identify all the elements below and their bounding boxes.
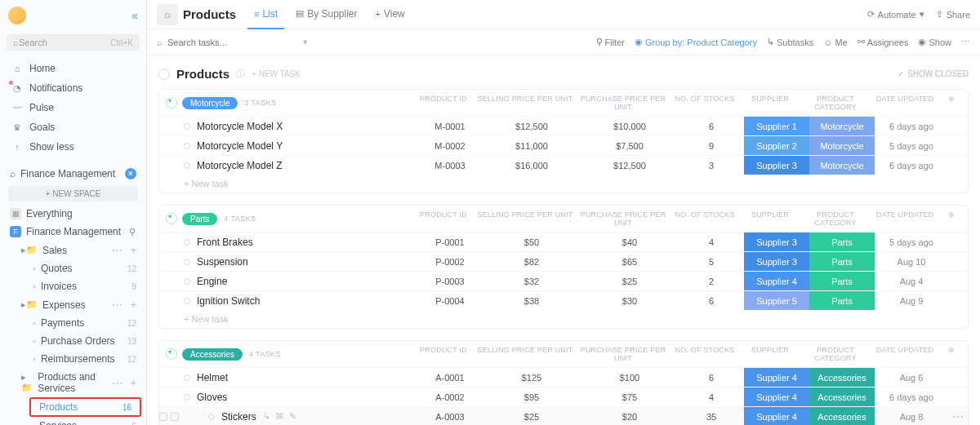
col-category[interactable]: PRODUCT CATEGORY [803,346,868,362]
cell-product-id[interactable]: P-0001 [417,232,483,251]
automate-button[interactable]: ⟳Automate▾ [867,9,924,20]
cell-selling-price[interactable]: $12,500 [483,117,581,135]
cell-stocks[interactable]: 6 [679,291,744,310]
col-purchase-price[interactable]: PURCHASE PRICE PER UNIT [574,210,672,227]
cell-stocks[interactable]: 4 [679,387,744,406]
cell-category[interactable]: Accessories [809,368,875,387]
cell-stocks[interactable]: 9 [679,136,744,155]
cell-category[interactable]: Accessories [809,407,875,425]
col-stocks[interactable]: NO. OF STOCKS [672,95,737,111]
tree-purchase-orders[interactable]: ◦Purchase Orders13 [0,332,146,350]
cell-category[interactable]: Motorcycle [809,136,875,155]
new-space-button[interactable]: + NEW SPACE [8,186,138,201]
cell-supplier[interactable]: Supplier 5 [744,291,809,310]
cell-stocks[interactable]: 35 [679,407,744,425]
col-updated[interactable]: DATE UPDATED [868,210,942,227]
status-dot-icon[interactable] [184,298,190,304]
cell-updated[interactable]: 5 days ago [875,136,948,155]
cell-product-id[interactable]: M-0001 [417,117,483,135]
tab-list[interactable]: ≡List [247,0,284,29]
show-button[interactable]: ◉Show [918,37,951,47]
collapse-group-icon[interactable] [166,348,177,360]
status-dot-icon[interactable] [184,239,190,246]
me-button[interactable]: ☺Me [823,38,848,47]
row-more-icon[interactable] [948,232,968,251]
add-column-icon[interactable]: ⊕ [942,346,961,362]
subtasks-button[interactable]: ↳Subtasks [767,37,813,47]
cell-supplier[interactable]: Supplier 1 [744,117,809,135]
cell-product-id[interactable]: A-0003 [417,407,483,425]
col-product-id[interactable]: PRODUCT ID [411,210,476,227]
cell-purchase-price[interactable]: $65 [581,252,679,271]
cell-purchase-price[interactable]: $75 [581,387,679,406]
new-task-row[interactable]: + New task [159,175,968,193]
tree-services[interactable]: Services6 [0,417,146,425]
cell-product-id[interactable]: A-0001 [417,368,483,387]
edit-icon[interactable]: ✎ [289,411,296,422]
col-selling-price[interactable]: SELLING PRICE PER UNIT [476,95,574,111]
cell-purchase-price[interactable]: $40 [581,232,679,251]
tree-payments[interactable]: ◦Payments12 [0,314,146,332]
col-updated[interactable]: DATE UPDATED [868,95,942,111]
cell-selling-price[interactable]: $16,000 [483,156,581,175]
group-badge[interactable]: Accessories [182,348,243,361]
group-header[interactable]: Accessories 4 TASKS PRODUCT ID SELLING P… [159,341,968,367]
cell-stocks[interactable]: 6 [679,117,744,135]
task-name[interactable]: Motorcycle Model Y [197,140,283,152]
status-dot-icon[interactable] [184,162,190,169]
col-supplier[interactable]: SUPPLIER [737,346,803,362]
share-button[interactable]: ⇪Share [936,9,970,20]
tree-products-services[interactable]: ▸📁Products and Services⋯+ [0,368,146,397]
row-more-icon[interactable] [948,156,968,175]
cell-product-id[interactable]: M-0002 [417,136,483,155]
status-dot-icon[interactable] [184,123,190,130]
task-row[interactable]: Motorcycle Model Y M-0002 $11,000 $7,500… [159,135,968,155]
subtask-icon[interactable]: ↳ [263,411,270,422]
status-dot-icon[interactable] [184,374,190,381]
cell-updated[interactable]: 6 days ago [875,117,948,135]
cell-category[interactable]: Accessories [809,387,875,406]
task-name[interactable]: Front Brakes [197,237,253,248]
row-more-icon[interactable] [948,272,968,290]
cell-selling-price[interactable]: $25 [483,407,581,425]
cell-updated[interactable]: Aug 9 [875,291,948,310]
nav-home[interactable]: ⌂Home [0,59,146,78]
tree-everything[interactable]: ▦Everything [0,205,146,223]
assignees-button[interactable]: ⚯Assignees [858,37,909,47]
status-dot-icon[interactable] [184,394,190,401]
cell-updated[interactable]: Aug 8 [875,407,948,425]
cell-stocks[interactable]: 2 [679,272,744,290]
col-stocks[interactable]: NO. OF STOCKS [672,210,737,227]
collapse-group-icon[interactable] [166,97,177,108]
task-search-input[interactable] [167,38,298,47]
row-more-icon[interactable] [948,136,968,155]
add-icon[interactable]: + [130,244,136,256]
col-product-id[interactable]: PRODUCT ID [411,346,476,362]
cell-stocks[interactable]: 4 [679,232,744,251]
tree-quotes[interactable]: ◦Quotes12 [0,259,146,277]
cell-supplier[interactable]: Supplier 2 [744,136,809,155]
nav-pulse[interactable]: 〰Pulse [0,98,146,117]
task-name[interactable]: Stickers [221,411,256,423]
page-icon[interactable]: ☼ [157,4,178,25]
tree-sales[interactable]: ▸📁Sales⋯+ [0,241,146,259]
tree-reimbursements[interactable]: ◦Reimbursements12 [0,350,146,368]
add-icon[interactable]: + [130,377,136,389]
clear-space-icon[interactable]: ✕ [125,168,136,179]
group-header[interactable]: Motorcycle 3 TASKS PRODUCT ID SELLING PR… [159,90,968,116]
col-selling-price[interactable]: SELLING PRICE PER UNIT [476,210,574,227]
cell-product-id[interactable]: P-0004 [417,291,483,310]
col-selling-price[interactable]: SELLING PRICE PER UNIT [476,346,574,362]
col-purchase-price[interactable]: PURCHASE PRICE PER UNIT [574,95,672,111]
add-column-icon[interactable]: ⊕ [942,95,961,111]
add-icon[interactable]: + [130,299,136,311]
cell-purchase-price[interactable]: $25 [581,272,679,290]
status-dot-icon[interactable] [208,414,215,420]
nav-goals[interactable]: ♛Goals [0,117,146,137]
cell-category[interactable]: Parts [809,232,875,251]
cell-selling-price[interactable]: $50 [483,232,581,251]
row-more-icon[interactable] [948,368,968,387]
more-icon[interactable]: ⋯ [112,299,122,311]
filter-button[interactable]: ⚲Filter [596,37,625,47]
cell-supplier[interactable]: Supplier 3 [744,156,809,175]
